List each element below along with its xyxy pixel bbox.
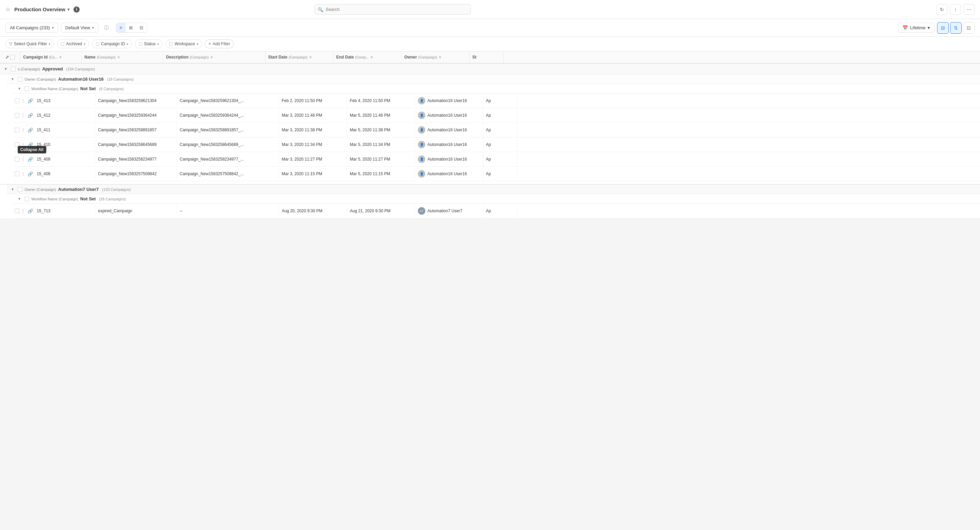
th-name-sort-icon[interactable]: ▼	[117, 56, 121, 59]
board-view-button[interactable]: ⊞	[126, 23, 136, 32]
row-checkbox[interactable]	[14, 128, 19, 132]
subgroup-collapse-icon[interactable]: ▼	[11, 187, 14, 191]
campaigns-dropdown[interactable]: All Campaigns (233) ▾	[5, 23, 58, 33]
th-start-date-sub: (Campaign)	[289, 56, 308, 59]
campaign-link-icon[interactable]: 🔗	[27, 113, 33, 118]
td-name: Campaign_New1583257508842	[95, 168, 177, 179]
view-info-button[interactable]: ⓘ	[101, 22, 112, 33]
search-input[interactable]	[314, 4, 471, 14]
more-button[interactable]: ⋯	[964, 4, 975, 15]
campaign-link-icon[interactable]: 🔗	[27, 128, 33, 133]
td-campaign-id: 15_413	[34, 95, 95, 106]
workflow-checkbox[interactable]	[24, 86, 29, 91]
star-icon[interactable]: ☆	[5, 6, 10, 13]
th-description[interactable]: Description (Campaign) ▼	[163, 51, 266, 63]
collapse-all-icon[interactable]: ⤢	[5, 55, 9, 60]
workflow-header-notset-16: ▼ Workflow Name (Campaign) Not Set (6 Ca…	[14, 84, 980, 94]
archived-filter-button[interactable]: ⬚ Archived ▾	[57, 40, 89, 48]
subgroup-collapse-icon[interactable]: ▼	[11, 77, 14, 81]
workflow-type-label: Workflow Name (Campaign)	[31, 197, 78, 201]
table-row: ⋮ 🔗 15_412 Campaign_New1583259364244 Cam…	[14, 108, 980, 123]
td-owner: 👤 Automation16 User16	[415, 167, 483, 181]
th-end-date-label: End Date	[336, 55, 354, 60]
table-row: ⋮ 🔗 15_411 Campaign_New1583258891857 Cam…	[14, 123, 980, 137]
th-description-sort-icon[interactable]: ▼	[210, 56, 213, 59]
owner-avatar: 👤	[418, 141, 425, 148]
row-menu-icon[interactable]: ⋮	[21, 208, 25, 214]
campaign-link-icon[interactable]: 🔗	[27, 157, 33, 162]
th-end-date-sort-icon[interactable]: ▼	[370, 56, 373, 59]
workflow-checkbox[interactable]	[24, 197, 29, 202]
campaign-id-label: Campaign ID	[101, 41, 125, 46]
td-checkbox: ⋮ 🔗	[14, 153, 34, 165]
td-name: Campaign_New1583259621304	[95, 95, 177, 106]
campaign-id-filter-button[interactable]: ⬚ Campaign ID ▾	[92, 40, 132, 48]
td-end-date: Mar 5, 2020 11:27 PM	[347, 154, 415, 165]
row-checkbox[interactable]	[14, 208, 19, 213]
td-checkbox: ⋮ 🔗	[14, 124, 34, 136]
campaign-link-icon[interactable]: 🔗	[27, 98, 33, 103]
sort-view-button[interactable]: ⇅	[950, 22, 962, 34]
title-chevron-icon[interactable]: ▾	[67, 7, 69, 12]
row-checkbox[interactable]	[14, 113, 19, 118]
campaign-id-chevron-icon: ▾	[127, 42, 128, 46]
th-owner-sort-icon[interactable]: ▼	[438, 56, 442, 59]
th-campaign-id[interactable]: Campaign Id (Ca... ▼	[21, 51, 82, 63]
th-owner-label: Owner	[404, 55, 417, 60]
workflow-collapse-icon[interactable]: ▼	[18, 87, 21, 90]
row-menu-icon[interactable]: ⋮	[21, 157, 25, 162]
row-menu-icon[interactable]: ⋮	[21, 171, 25, 176]
th-owner[interactable]: Owner (Campaign) ▼	[401, 51, 469, 63]
group-value-label: Approved	[42, 66, 63, 71]
lifetime-dropdown[interactable]: 📅 Lifetime ▾	[898, 23, 934, 33]
workspace-filter-button[interactable]: ⬚ Workspace ▾	[165, 40, 202, 48]
table-header: ⤢ Collapse All Campaign Id (Ca... ▼ Name…	[0, 51, 980, 63]
workflow-collapse-icon[interactable]: ▼	[18, 197, 21, 201]
quick-filter-button[interactable]: ▽ Select Quick Filter ▾	[5, 40, 54, 48]
th-checkbox[interactable]: ⤢ Collapse All	[0, 51, 21, 63]
td-start-date: Mar 3, 2020 11:15 PM	[279, 168, 347, 179]
subgroup-checkbox[interactable]	[18, 187, 22, 192]
td-description: Campaign_New1583259364244_...	[177, 109, 279, 121]
add-filter-label: Add Filter	[213, 41, 230, 46]
campaign-link-icon[interactable]: 🔗	[27, 171, 33, 176]
column-view-button[interactable]: ⊟	[937, 22, 949, 34]
header-checkbox[interactable]	[10, 55, 15, 60]
row-checkbox[interactable]	[14, 157, 19, 162]
status-chevron-icon: ▾	[157, 42, 159, 46]
info-icon[interactable]: ℹ	[73, 6, 80, 13]
td-campaign-id: 15_409	[34, 154, 95, 165]
th-status[interactable]: St	[469, 51, 504, 63]
th-campaign-id-sort-icon[interactable]: ▼	[59, 56, 62, 59]
row-checkbox[interactable]	[14, 171, 19, 176]
row-menu-icon[interactable]: ⋮	[21, 98, 25, 103]
td-status: Ap	[483, 154, 517, 165]
campaign-link-icon[interactable]: 🔗	[27, 208, 33, 214]
view-dropdown[interactable]: Default View ▾	[61, 23, 98, 33]
th-start-date-sort-icon[interactable]: ▼	[309, 56, 312, 59]
add-filter-button[interactable]: + Add Filter	[205, 40, 234, 48]
upload-button[interactable]: ↑	[950, 4, 961, 15]
split-view-button[interactable]: ⊡	[963, 22, 975, 34]
th-name[interactable]: Name (Campaign) ▼	[82, 51, 163, 63]
refresh-button[interactable]: ↻	[937, 4, 947, 15]
list-view-button[interactable]: ≡	[116, 23, 126, 32]
th-end-date[interactable]: End Date (Camp... ▼	[334, 51, 401, 63]
row-menu-icon[interactable]: ⋮	[21, 127, 25, 133]
td-description: Campaign_New1583258645689_...	[177, 139, 279, 150]
row-menu-icon[interactable]: ⋮	[21, 113, 25, 118]
th-name-label: Name	[84, 55, 95, 60]
workspace-label: Workspace	[175, 41, 195, 46]
group-collapse-icon[interactable]: ▼	[4, 67, 8, 71]
filter-view-button[interactable]: ⊟	[136, 23, 147, 32]
archived-label: Archived	[66, 41, 82, 46]
group-checkbox[interactable]	[11, 67, 16, 71]
row-checkbox[interactable]	[14, 98, 19, 103]
td-description: Campaign_New1583258234977_...	[177, 154, 279, 165]
th-description-label: Description	[166, 55, 189, 60]
subgroup-checkbox[interactable]	[18, 77, 22, 82]
td-owner: 👤 Automation16 User16	[415, 94, 483, 108]
status-filter-button[interactable]: ⬚ Status ▾	[135, 40, 163, 48]
th-start-date[interactable]: Start Date (Campaign) ▼	[266, 51, 334, 63]
td-name: expired_Campaign	[95, 205, 177, 217]
